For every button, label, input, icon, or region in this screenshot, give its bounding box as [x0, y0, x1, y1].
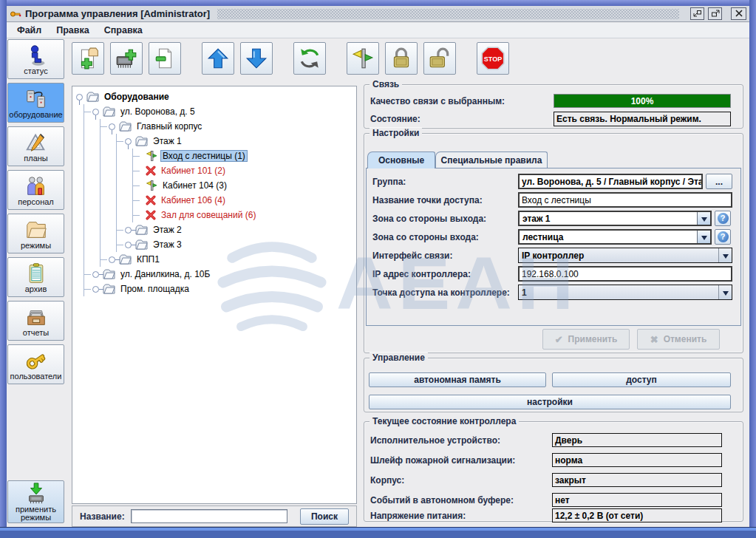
toolbar-refresh-button[interactable]	[293, 42, 326, 75]
sidebar-item-equipment[interactable]: оборудование	[7, 83, 64, 123]
tree-node[interactable]: Кабинет 106 (4)	[141, 193, 356, 208]
chevron-down-icon[interactable]	[697, 212, 710, 225]
group-field[interactable]: ул. Воронова, д. 5 / Главный корпус / Эт…	[518, 174, 703, 189]
tree-node[interactable]: Оборудование	[76, 89, 356, 104]
archive-clipboard-icon	[25, 262, 47, 285]
sidebar-item-users[interactable]: пользователи	[7, 344, 64, 384]
add-controller-icon	[115, 47, 138, 70]
ip-address-field[interactable]: 192.168.0.100	[518, 266, 732, 282]
search-button[interactable]: Поиск	[300, 508, 349, 525]
tree-node-label[interactable]: Оборудование	[102, 91, 171, 103]
apply-button[interactable]: ✔Применить	[542, 329, 630, 350]
tree-node[interactable]: Кабинет 101 (2)	[141, 163, 356, 178]
menu-help[interactable]: Справка	[97, 25, 150, 35]
interface-combobox[interactable]: IP контроллер	[518, 248, 732, 263]
svg-text:STOP: STOP	[484, 55, 502, 63]
tree-node-label[interactable]: Этаж 1	[151, 135, 184, 147]
zone-in-combobox[interactable]: лестница	[518, 229, 712, 245]
sidebar-item-plans[interactable]: планы	[7, 126, 64, 166]
sidebar-item-modes[interactable]: режимы	[7, 214, 64, 253]
toolbar-lock-closed-button[interactable]	[385, 42, 418, 75]
sidebar-item-apply-modes-button[interactable]: применить режимы	[7, 480, 64, 523]
tree-node[interactable]: ул. Данилкина, д. 10Б	[92, 267, 356, 282]
control-group-title: Управление	[370, 353, 428, 363]
tree-node[interactable]: Кабинет 104 (3)	[141, 178, 356, 193]
tree-node[interactable]: Вход с лестницы (1)	[141, 149, 356, 163]
toolbar-lock-open-button[interactable]	[423, 42, 456, 75]
tree-node-label[interactable]: Этаж 2	[151, 224, 184, 236]
autonomous-memory-button[interactable]: автономная память	[369, 372, 546, 387]
tree-node[interactable]: ул. Воронова, д. 5	[92, 104, 356, 119]
tree-node-label[interactable]: Главный корпус	[134, 120, 204, 132]
zone-in-help-button[interactable]: ?	[715, 229, 731, 245]
equipment-tree-panel[interactable]: Оборудованиеул. Воронова, д. 5Главный ко…	[72, 86, 357, 504]
tree-expand-handle[interactable]	[125, 138, 132, 145]
restore-button[interactable]	[690, 7, 704, 20]
tree-node-label[interactable]: Пром. площадка	[118, 283, 191, 295]
close-button[interactable]	[731, 7, 746, 20]
menu-file[interactable]: Файл	[10, 25, 49, 35]
maximize-button[interactable]	[708, 7, 722, 20]
buffer-events-label: Событий в автономном буфере:	[370, 495, 514, 505]
tree-node-label[interactable]: ул. Воронова, д. 5	[118, 106, 197, 118]
sidebar-item-reports[interactable]: отчеты	[7, 301, 64, 341]
toolbar-add-point-button[interactable]	[72, 42, 104, 75]
tree-node-label[interactable]: Этаж 3	[151, 239, 184, 251]
tree-node[interactable]: Этаж 3	[125, 237, 356, 252]
tree-expand-handle[interactable]	[76, 94, 83, 101]
turnstile-icon	[146, 150, 157, 162]
group-browse-button[interactable]: ...	[706, 174, 732, 189]
titlebar[interactable]: Программа управления [Administrator]	[7, 6, 749, 22]
tree-node-label[interactable]: Вход с лестницы (1)	[160, 150, 248, 162]
zone-out-help-button[interactable]: ?	[715, 211, 731, 226]
tree-node[interactable]: Этаж 2	[125, 222, 356, 237]
app-window: Программа управления [Administrator] Фай…	[0, 0, 756, 538]
tree-node[interactable]: КПП1	[109, 252, 356, 267]
sidebar-item-archive[interactable]: архив	[7, 257, 64, 297]
blocked-icon	[146, 210, 156, 220]
toolbar-move-down-button[interactable]	[240, 42, 273, 75]
sidebar-item-status[interactable]: статус	[7, 39, 64, 79]
tree-node[interactable]: Пром. площадка	[92, 282, 356, 296]
tree-expand-handle[interactable]	[92, 109, 99, 115]
toolbar-move-up-button[interactable]	[202, 42, 234, 75]
tree-expand-handle[interactable]	[125, 242, 132, 248]
tab-special-rules[interactable]: Специальные правила	[435, 151, 548, 168]
controller-access-point-combobox[interactable]: 1	[518, 285, 732, 300]
tree-node-label[interactable]: Кабинет 106 (4)	[159, 194, 228, 206]
tree-expand-handle[interactable]	[92, 286, 99, 293]
tree-node-label[interactable]: Зал для совещаний (6)	[159, 209, 258, 221]
tree-node-label[interactable]: КПП1	[134, 253, 162, 265]
sidebar-item-personnel[interactable]: персонал	[7, 170, 64, 210]
zone-in-label: Зона со стороны входа:	[372, 232, 479, 242]
chevron-down-icon[interactable]	[718, 285, 732, 299]
tree-node[interactable]: Главный корпус	[109, 119, 356, 134]
tree-node-label[interactable]: Кабинет 101 (2)	[159, 165, 228, 177]
toolbar-stop-button[interactable]: STOP	[477, 42, 509, 75]
toolbar-add-controller-button[interactable]	[110, 42, 143, 75]
tree-node[interactable]: Этаж 1	[125, 134, 356, 149]
chevron-down-icon[interactable]	[718, 248, 732, 262]
tree-expand-handle[interactable]	[125, 227, 132, 234]
sidebar-item-label: оборудование	[9, 111, 62, 119]
cancel-button[interactable]: ✖Отменить	[637, 329, 720, 350]
chevron-down-icon[interactable]	[697, 231, 710, 243]
tree-node[interactable]: Зал для совещаний (6)	[141, 208, 356, 222]
tree-node-label[interactable]: ул. Данилкина, д. 10Б	[118, 268, 212, 280]
titlebar-texture	[217, 9, 679, 19]
tab-main[interactable]: Основные	[367, 151, 435, 168]
access-point-name-field[interactable]: Вход с лестницы	[518, 192, 732, 208]
menu-edit[interactable]: Правка	[49, 25, 96, 35]
tree-expand-handle[interactable]	[109, 123, 115, 130]
toolbar-delete-button[interactable]	[149, 42, 181, 75]
folder-icon	[135, 225, 148, 235]
zone-out-combobox[interactable]: этаж 1	[518, 211, 712, 226]
access-button[interactable]: доступ	[552, 372, 731, 387]
settings-button[interactable]: настройки	[369, 395, 731, 409]
tree-expand-handle[interactable]	[92, 271, 99, 278]
folder-icon	[103, 106, 115, 117]
tree-node-label[interactable]: Кабинет 104 (3)	[160, 180, 229, 191]
toolbar-turnstile-button[interactable]	[347, 42, 379, 75]
tree-expand-handle[interactable]	[109, 256, 115, 263]
search-input[interactable]	[131, 509, 287, 523]
